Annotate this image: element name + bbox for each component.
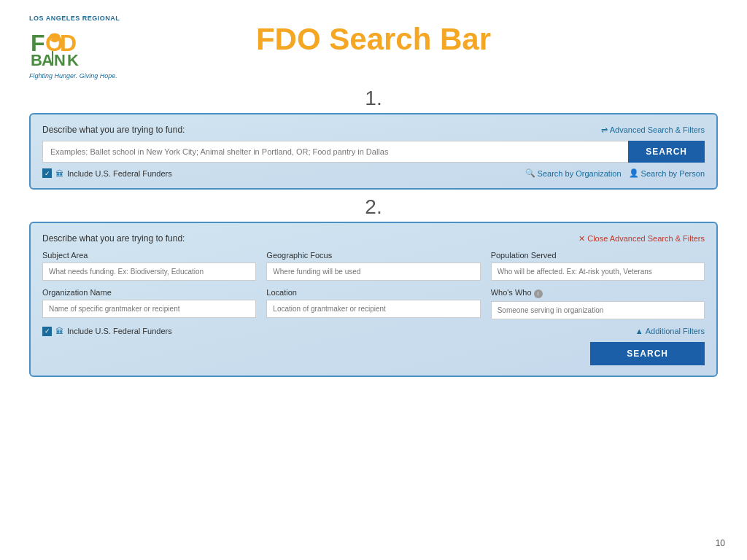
- bottom-row-1: ✓ 🏛 Include U.S. Federal Funders 🔍 Searc…: [42, 168, 705, 178]
- logo-area: LOS ANGELES REGIONAL F O D B A: [29, 15, 146, 79]
- adv-bottom-row: ✓ 🏛 Include U.S. Federal Funders ▲ Addit…: [42, 327, 705, 336]
- advanced-search-link[interactable]: ⇌ Advanced Search & Filters: [601, 125, 705, 135]
- location-group: Location: [266, 288, 480, 319]
- whos-who-label-text: Who's Who: [491, 288, 532, 297]
- building-icon-1: 🏛: [55, 169, 63, 178]
- building-icon-2: 🏛: [55, 327, 63, 335]
- svg-point-2: [50, 34, 60, 39]
- search-button-1[interactable]: SEARCH: [628, 141, 705, 163]
- org-name-group: Organization Name: [42, 288, 256, 319]
- svg-text:A: A: [42, 51, 53, 69]
- svg-text:K: K: [67, 51, 79, 69]
- location-input[interactable]: [266, 300, 480, 318]
- logo-svg: F O D B A N K: [29, 23, 95, 71]
- search-box-1: Describe what you are trying to fund: ⇌ …: [29, 113, 718, 190]
- subject-area-input[interactable]: [42, 262, 256, 281]
- logo-tagline: Fighting Hunger. Giving Hope.: [29, 72, 146, 79]
- person-icon: 👤: [629, 168, 639, 178]
- info-icon: i: [534, 289, 543, 298]
- page-title: FDO Search Bar: [146, 15, 718, 57]
- population-served-group: Population Served: [491, 251, 705, 281]
- right-links-1: 🔍 Search by Organization 👤 Search by Per…: [525, 168, 705, 178]
- logo-main: F O D B A N K: [29, 23, 146, 71]
- top-row-2: Describe what you are trying to fund: ✕ …: [42, 233, 705, 244]
- advanced-fields-grid: Subject Area Geographic Focus Population…: [42, 251, 705, 319]
- federal-label-2: Include U.S. Federal Funders: [67, 327, 172, 335]
- whos-who-group: Who's Who i: [491, 288, 705, 319]
- chevron-up-icon: ▲: [635, 327, 643, 335]
- describe-label-2: Describe what you are trying to fund:: [42, 233, 185, 244]
- whos-who-label: Who's Who i: [491, 288, 705, 298]
- search-btn-row-2: SEARCH: [42, 342, 705, 365]
- population-served-input[interactable]: [491, 262, 705, 281]
- additional-filters-link[interactable]: ▲ Additional Filters: [635, 327, 705, 335]
- subject-area-group: Subject Area: [42, 251, 256, 281]
- search-by-person-link[interactable]: 👤 Search by Person: [629, 168, 705, 178]
- org-name-label: Organization Name: [42, 288, 256, 297]
- federal-funders-row-1: ✓ 🏛 Include U.S. Federal Funders: [42, 168, 172, 178]
- top-row-1: Describe what you are trying to fund: ⇌ …: [42, 125, 705, 135]
- describe-label-1: Describe what you are trying to fund:: [42, 125, 185, 135]
- location-label: Location: [266, 288, 480, 297]
- org-icon: 🔍: [525, 168, 535, 178]
- org-name-input[interactable]: [42, 300, 256, 318]
- search-button-2[interactable]: SEARCH: [590, 342, 705, 365]
- subject-area-label: Subject Area: [42, 251, 256, 260]
- section-1-number: 1.: [29, 87, 718, 110]
- close-advanced-link[interactable]: ✕ Close Advanced Search & Filters: [578, 234, 705, 244]
- input-row-1: SEARCH: [42, 141, 705, 163]
- main-search-input-1[interactable]: [42, 141, 628, 163]
- geographic-focus-input[interactable]: [266, 262, 480, 281]
- filter-icon: ⇌: [601, 125, 608, 135]
- geographic-focus-group: Geographic Focus: [266, 251, 480, 281]
- geographic-focus-label: Geographic Focus: [266, 251, 480, 260]
- close-icon: ✕: [578, 234, 585, 244]
- slide-page: LOS ANGELES REGIONAL F O D B A: [0, 0, 747, 560]
- svg-text:N: N: [54, 51, 66, 69]
- logo-top-text: LOS ANGELES REGIONAL: [29, 15, 146, 22]
- header: LOS ANGELES REGIONAL F O D B A: [29, 15, 718, 79]
- section-2-number: 2.: [29, 195, 718, 219]
- federal-label-1: Include U.S. Federal Funders: [67, 169, 172, 178]
- whos-who-input[interactable]: [491, 301, 705, 319]
- federal-funders-row-2: ✓ 🏛 Include U.S. Federal Funders: [42, 327, 172, 336]
- search-box-2: Describe what you are trying to fund: ✕ …: [29, 222, 718, 377]
- checkbox-federal-2[interactable]: ✓: [42, 327, 52, 336]
- page-number: 10: [716, 538, 725, 548]
- population-served-label: Population Served: [491, 251, 705, 260]
- search-by-org-link[interactable]: 🔍 Search by Organization: [525, 168, 622, 178]
- checkbox-federal-1[interactable]: ✓: [42, 168, 52, 178]
- svg-text:B: B: [31, 51, 42, 69]
